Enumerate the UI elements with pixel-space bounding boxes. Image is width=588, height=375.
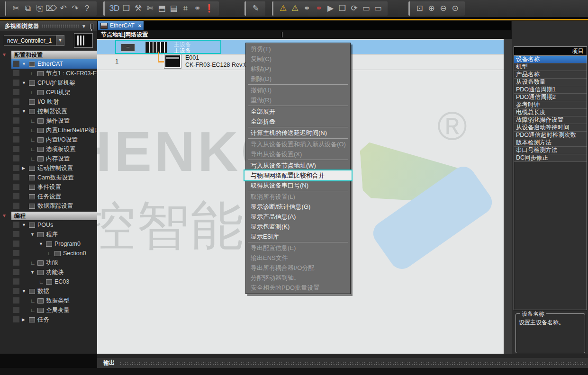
- property-row[interactable]: 故障弱化操作设置: [514, 116, 587, 124]
- menu-item[interactable]: 写入从设备节点地址(W): [246, 161, 350, 170]
- property-row[interactable]: 参考时钟: [514, 101, 587, 109]
- menu-item[interactable]: 计算主机的传送延迟时间(N): [246, 128, 350, 138]
- menu-item[interactable]: 全部折叠: [246, 116, 350, 126]
- menu-item[interactable]: 显示ESI库: [246, 232, 350, 241]
- tree-item-memory[interactable]: ∟内存设置: [0, 154, 97, 163]
- tree-item-pous[interactable]: ▼POUs: [0, 220, 97, 230]
- copy-icon[interactable]: ⧉: [22, 2, 34, 15]
- tree-item-ethercat[interactable]: ▼EtherCAT: [0, 59, 97, 69]
- tree-item-task-settings[interactable]: 任务设置: [0, 192, 97, 201]
- menu-item[interactable]: 全部展开: [246, 107, 350, 116]
- trim-icon[interactable]: ✄: [144, 2, 156, 15]
- watch-table-icon[interactable]: ▤: [168, 2, 180, 15]
- tree-item-cpu-rack[interactable]: ∟CPU机架: [0, 88, 97, 97]
- property-row[interactable]: 版本检测方法: [514, 139, 587, 147]
- tree-item-event-settings[interactable]: 事件设置: [0, 182, 97, 192]
- expand-icon[interactable]: ▼: [22, 59, 29, 69]
- tree-item-controller-settings[interactable]: ▼控制器设置: [0, 107, 97, 116]
- build-icon[interactable]: ⚒: [132, 2, 144, 15]
- cut-icon[interactable]: ✂: [10, 2, 22, 15]
- menu-item[interactable]: 显示包监测(K): [246, 222, 350, 232]
- transfer-to-controller-icon[interactable]: ▭: [360, 2, 372, 15]
- undo-icon[interactable]: ↶: [57, 2, 69, 15]
- tree-item-ethernet-ip-port[interactable]: ∟内置EtherNet/IP端口设置: [0, 125, 97, 135]
- zoom-out-icon[interactable]: ⊖: [437, 2, 449, 15]
- tree-item-program[interactable]: ▼Program0: [0, 239, 97, 249]
- monitor-glasses-icon[interactable]: ⚭: [301, 2, 313, 15]
- synchronize-icon[interactable]: ⟳: [348, 2, 360, 15]
- expand-icon[interactable]: ▼: [22, 107, 29, 116]
- menu-item-highlighted[interactable]: 与物理网络配置比较和合并: [244, 170, 352, 180]
- expand-icon[interactable]: ▼: [22, 286, 29, 296]
- property-row[interactable]: 从设备启动等待时间: [514, 124, 587, 132]
- tree-item-global-variables[interactable]: ∟全局变量: [0, 305, 97, 315]
- error-list-icon[interactable]: ❗: [203, 2, 215, 15]
- zoom-100-icon[interactable]: ⊙: [449, 2, 461, 15]
- output-tab[interactable]: 输出: [97, 358, 588, 368]
- property-row[interactable]: 从设备数量: [514, 79, 587, 86]
- check-program-icon[interactable]: ⚠: [277, 2, 289, 15]
- redo-icon[interactable]: ↷: [69, 2, 81, 15]
- close-icon[interactable]: ×: [138, 23, 141, 28]
- expand-icon[interactable]: ▶: [22, 315, 29, 324]
- paste-icon[interactable]: ⎘: [34, 2, 45, 15]
- menu-item[interactable]: 取得从设备串口号(N): [246, 180, 350, 190]
- tree-item-data[interactable]: ▼数据: [0, 286, 97, 296]
- zoom-fit-icon[interactable]: ⊡: [414, 2, 425, 15]
- tree-item-operation-settings[interactable]: ∟操作设置: [0, 116, 97, 125]
- help-icon[interactable]: ?: [81, 2, 93, 15]
- property-row[interactable]: PDO通信周期1: [514, 86, 587, 94]
- io-pulse-icon[interactable]: ⌗: [180, 2, 191, 15]
- tree-item-functions[interactable]: ∟功能: [0, 258, 97, 268]
- edit-pointer-icon[interactable]: ✎: [250, 2, 262, 15]
- tree-item-data-types[interactable]: ∟数据类型: [0, 296, 97, 305]
- expand-icon[interactable]: ▼: [22, 78, 29, 88]
- property-row[interactable]: 机型: [514, 63, 587, 71]
- drag-handle[interactable]: [42, 24, 79, 28]
- column-splitter[interactable]: [282, 32, 282, 37]
- section-collapse-icon[interactable]: ▼: [2, 213, 7, 218]
- tree-item-cpu-expansion-rack[interactable]: ▼CPU/扩展机架: [0, 78, 97, 88]
- section-collapse-icon[interactable]: ▼: [2, 52, 7, 57]
- search-icon[interactable]: ⚭: [191, 2, 203, 15]
- property-row[interactable]: DC同步修正: [514, 154, 587, 162]
- tree-item-slave-node[interactable]: ∟节点1 : CK-FR03-EC1: [0, 69, 97, 78]
- section-header-0[interactable]: ▼配置和设置: [0, 51, 97, 59]
- tree-item-function-blocks[interactable]: ▼功能块: [0, 268, 97, 277]
- tree-item-tasks[interactable]: ▶任务: [0, 315, 97, 324]
- tree-item-function-block[interactable]: ∟EC03: [0, 277, 97, 286]
- property-row[interactable]: 电缆总长度: [514, 109, 587, 116]
- watch-monitor-icon[interactable]: ⬒: [156, 2, 168, 15]
- zoom-in-icon[interactable]: ⊕: [425, 2, 437, 15]
- pin-icon[interactable]: [90, 24, 93, 29]
- property-row[interactable]: 串口号检测方法: [514, 147, 587, 154]
- tree-item-programs[interactable]: ▼程序: [0, 230, 97, 239]
- expand-icon[interactable]: ▶: [22, 163, 29, 173]
- collapse-button[interactable]: −: [121, 44, 135, 52]
- property-row[interactable]: 产品名称: [514, 71, 587, 79]
- tree-item-section[interactable]: ∟Section0: [0, 249, 97, 258]
- monitor-off-icon[interactable]: ⚭: [313, 2, 325, 15]
- tree-item-motion-control[interactable]: ▶运动控制设置: [0, 163, 97, 173]
- expand-icon[interactable]: ▼: [30, 268, 37, 277]
- tree-item-cam-data[interactable]: Cam数据设置: [0, 173, 97, 182]
- master-selection-box[interactable]: − 主设备 主设备: [115, 40, 221, 54]
- 3d-view-icon[interactable]: 3D: [109, 2, 120, 15]
- check-all-icon[interactable]: ⚠: [289, 2, 301, 15]
- property-row[interactable]: PDO通信超时检测次数: [514, 132, 587, 139]
- chevron-down-icon[interactable]: ▼: [56, 36, 64, 45]
- property-row[interactable]: PDO通信周期2: [514, 94, 587, 101]
- delete-icon[interactable]: ⌦: [45, 2, 57, 15]
- expand-icon[interactable]: ▼: [30, 230, 37, 239]
- property-row[interactable]: 设备名称: [514, 56, 587, 63]
- stop-icon[interactable]: ❒: [336, 2, 348, 15]
- tree-item-io-map[interactable]: I/O 映射: [0, 97, 97, 107]
- tree-item-builtin-io[interactable]: ∟内置I/O设置: [0, 135, 97, 144]
- tree-item-option-board[interactable]: ∟选项板设置: [0, 144, 97, 154]
- menu-item[interactable]: 显示诊断/统计信息(G): [246, 202, 350, 212]
- controller-select[interactable]: new_Controller_1 ▼: [4, 35, 64, 46]
- expand-icon[interactable]: ▼: [22, 220, 29, 230]
- section-header-1[interactable]: ▼编程: [0, 212, 97, 220]
- window-icon[interactable]: ❒: [120, 2, 132, 15]
- transfer-from-controller-icon[interactable]: ▭: [372, 2, 384, 15]
